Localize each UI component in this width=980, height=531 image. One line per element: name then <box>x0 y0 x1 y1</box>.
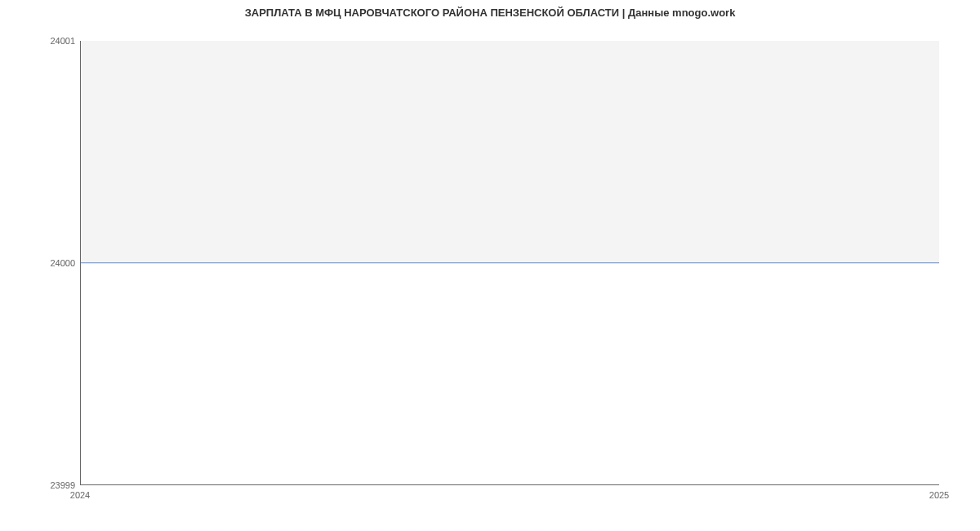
chart-title: ЗАРПЛАТА В МФЦ НАРОВЧАТСКОГО РАЙОНА ПЕНЗ… <box>0 0 980 19</box>
data-line <box>81 262 939 264</box>
x-tick-label: 2024 <box>70 490 90 500</box>
x-tick-label: 2025 <box>929 490 949 500</box>
grid-band-upper <box>81 41 939 263</box>
plot-area <box>80 41 939 485</box>
chart-container: ЗАРПЛАТА В МФЦ НАРОВЧАТСКОГО РАЙОНА ПЕНЗ… <box>0 0 980 531</box>
y-tick-label: 24000 <box>50 258 75 268</box>
y-tick-label: 24001 <box>50 36 75 46</box>
y-tick-label: 23999 <box>50 480 75 490</box>
